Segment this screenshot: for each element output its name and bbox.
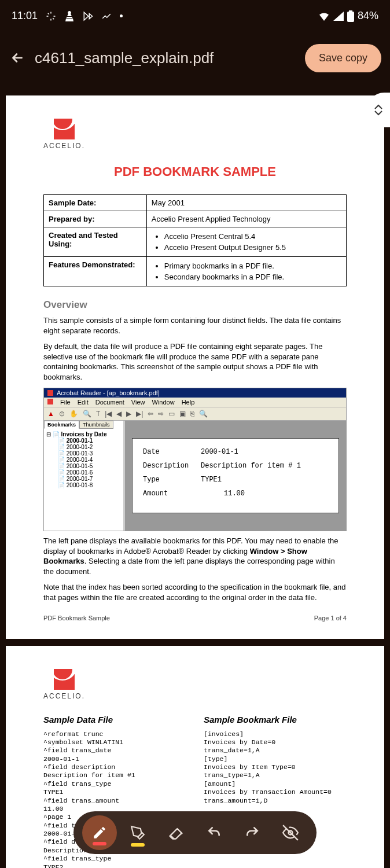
battery-icon [347, 10, 354, 22]
sync-icon [46, 11, 56, 21]
overview-para-1: This sample consists of a simple form co… [43, 315, 347, 336]
sample-data-file-heading: Sample Data File [43, 715, 186, 724]
sample-bookmark-file-content: [invoices] Invoices by Date=0 trans_date… [204, 730, 347, 805]
redo-button[interactable] [235, 815, 270, 850]
sample-bookmark-file-heading: Sample Bookmark File [204, 715, 347, 724]
home-indicator[interactable] [154, 862, 236, 865]
pdf-page-1: ACCELIO. PDF BOOKMARK SAMPLE Sample Date… [6, 95, 384, 639]
highlighter-tool-button[interactable] [120, 815, 155, 850]
save-copy-button[interactable]: Save copy [305, 44, 381, 72]
back-button[interactable] [9, 49, 26, 67]
svg-rect-0 [349, 10, 352, 12]
visibility-off-button[interactable] [273, 815, 308, 850]
annotation-toolbar [73, 811, 317, 854]
acrobat-reader-screenshot: Acrobat Reader - [ap_bookmark.pdf] FileE… [43, 388, 347, 531]
pen-tool-button[interactable] [82, 815, 117, 850]
wifi-icon [318, 12, 330, 21]
battery-pct: 84% [358, 10, 378, 22]
chess-icon [64, 11, 75, 21]
play-icon [83, 11, 93, 21]
app-bar: c4611_sample_explain.pdf Save copy [0, 32, 390, 84]
trend-icon [101, 11, 112, 21]
page-footer: PDF Bookmark SamplePage 1 of 4 [43, 615, 347, 621]
undo-button[interactable] [197, 815, 231, 850]
metadata-table: Sample Date:May 2001 Prepared by:Accelio… [43, 194, 347, 286]
status-time: 11:01 [12, 10, 38, 22]
accelio-logo: ACCELIO. [43, 119, 90, 150]
para-3: The left pane displays the available boo… [43, 536, 347, 576]
accelio-logo: ACCELIO. [43, 669, 90, 700]
pdf-viewport[interactable]: ACCELIO. PDF BOOKMARK SAMPLE Sample Date… [0, 90, 390, 868]
dot-icon [120, 14, 123, 17]
signal-icon [333, 12, 344, 21]
status-bar: 11:01 84% [0, 0, 390, 32]
overview-heading: Overview [43, 299, 347, 311]
para-4: Note that the index has been sorted acco… [43, 582, 347, 602]
overview-para-2: By default, the data file will produce a… [43, 341, 347, 382]
document-filename: c4611_sample_explain.pdf [35, 49, 296, 67]
doc-title: PDF BOOKMARK SAMPLE [43, 164, 347, 179]
eraser-tool-button[interactable] [159, 815, 193, 850]
